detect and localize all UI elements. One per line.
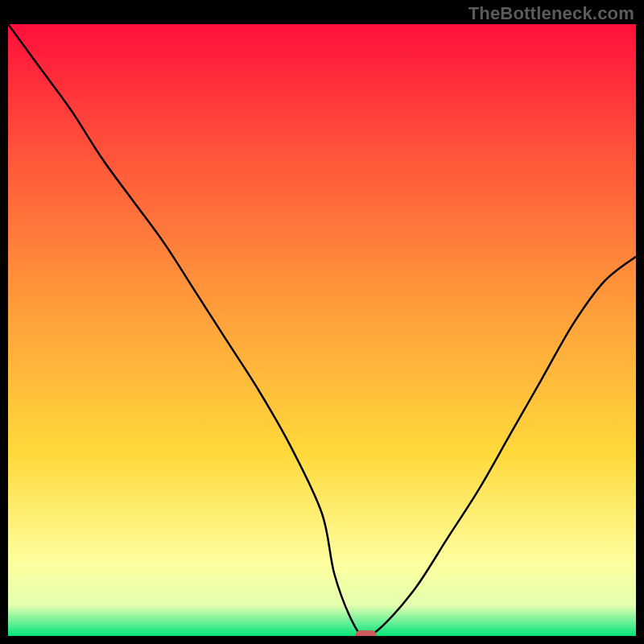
optimal-marker <box>356 630 377 636</box>
watermark-text: TheBottleneck.com <box>469 3 634 24</box>
chart-frame: TheBottleneck.com <box>0 0 644 644</box>
plot-area <box>8 24 636 636</box>
bottleneck-chart <box>8 24 636 636</box>
gradient-background <box>8 24 636 636</box>
